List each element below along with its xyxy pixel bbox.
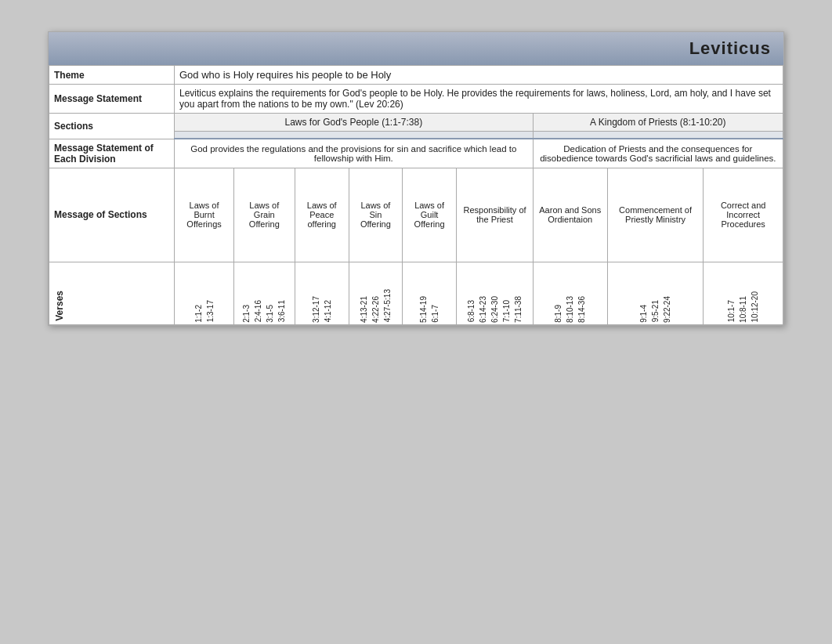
verse-peace: 3:12-17 4:1-12 (295, 262, 349, 324)
verse-grain: 2:1-3 2:4-16 3:1-5 3:6-11 (234, 262, 295, 324)
section-burnt: Laws of Burnt Offerings (175, 168, 234, 262)
msg-sections-label: Message of Sections (49, 168, 175, 262)
theme-row: Theme God who is Holy requires his peopl… (49, 66, 783, 85)
section-sin: Laws of Sin Offering (349, 168, 402, 262)
msg-stmt-value: Leviticus explains the requirements for … (175, 85, 783, 114)
section1-header: Laws for God's People (1:1-7:38) (175, 114, 534, 132)
msg-sections-row: Message of Sections Laws of Burnt Offeri… (49, 168, 783, 262)
verses-label: Verses (49, 262, 175, 324)
section-incorrect: Correct and Incorrect Procedures (704, 168, 783, 262)
section-aaron: Aaron and Sons Ordientaion (533, 168, 607, 262)
verse-resp: 6:8-13 6:14-23 6:24-30 7:1-10 7:11-38 (457, 262, 533, 324)
theme-value: God who is Holy requires his people to b… (175, 66, 783, 85)
section-peace: Laws of Peace offering (295, 168, 349, 262)
section-commence: Commencement of Priestly Ministry (607, 168, 704, 262)
msg-div-row: Message Statement of Each Division God p… (49, 139, 783, 168)
page-title: Leviticus (689, 38, 771, 58)
msg-div-label: Message Statement of Each Division (49, 139, 175, 168)
content-table: Theme God who is Holy requires his peopl… (49, 65, 783, 325)
msg-stmt-label: Message Statement (49, 85, 175, 114)
verse-sin: 4:13-21 4:22-26 4:27-5:13 (349, 262, 402, 324)
verse-aaron: 8:1-9 8:10-13 8:14-36 (533, 262, 607, 324)
section-priest: Responsibility of the Priest (457, 168, 533, 262)
section2-header: A Kingdom of Priests (8:1-10:20) (533, 114, 783, 132)
theme-label: Theme (49, 66, 175, 85)
msg-div2: Dedication of Priests and the consequenc… (533, 139, 783, 168)
msg-stmt-row: Message Statement Leviticus explains the… (49, 85, 783, 114)
verse-incorrect: 10:1-7 10:8-11 10:12-20 (704, 262, 783, 324)
verse-burnt: 1:1-2 1:3-17 (175, 262, 234, 324)
main-container: Leviticus Theme God who is Holy requires… (48, 31, 784, 326)
title-bar: Leviticus (49, 32, 783, 65)
section-grain: Laws of Grain Offering (234, 168, 295, 262)
sections-header-row: Sections Laws for God's People (1:1-7:38… (49, 114, 783, 132)
verse-guilt: 5:14-19 6:1-7 (402, 262, 457, 324)
msg-div1: God provides the regulations and the pro… (175, 139, 534, 168)
sections-label: Sections (49, 114, 175, 139)
section-guilt: Laws of Guilt Offering (402, 168, 457, 262)
verses-row: Verses 1:1-2 1:3-17 2:1-3 2:4-16 3:1-5 3… (49, 262, 783, 324)
verse-commence: 9:1-4 9:5-21 9:22-24 (607, 262, 704, 324)
